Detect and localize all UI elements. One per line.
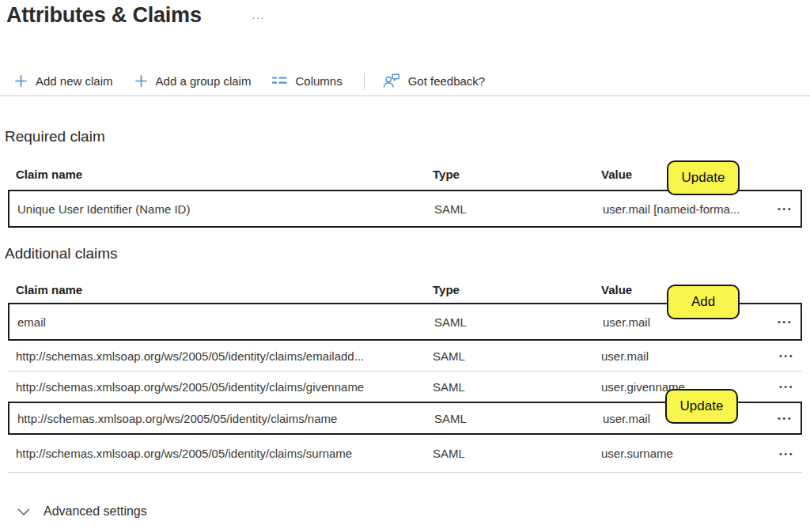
claim-type-cell: SAML: [434, 412, 603, 425]
required-claim-row[interactable]: Unique User Identifier (Name ID) SAML us…: [8, 190, 802, 228]
claim-type-cell: SAML: [434, 202, 603, 216]
claim-value-cell: user.mail [nameid-forma...: [603, 202, 748, 216]
claim-type-cell: SAML: [434, 315, 603, 329]
column-header-claim-name: Claim name: [16, 283, 433, 296]
chevron-down-icon: [17, 504, 30, 519]
page-title-menu-icon[interactable]: ···: [252, 11, 265, 24]
claim-type-cell: SAML: [433, 349, 601, 363]
claim-name-cell: http://schemas.xmlsoap.org/ws/2005/05/id…: [16, 380, 433, 394]
add-group-claim-label: Add a group claim: [156, 74, 252, 88]
row-menu-icon[interactable]: •••: [773, 315, 793, 328]
row-menu-icon[interactable]: •••: [773, 202, 793, 215]
page-title: Attributes & Claims: [6, 3, 202, 28]
additional-claims-heading: Additional claims: [5, 245, 118, 262]
claim-name-cell: email: [17, 315, 434, 329]
toolbar-divider: [364, 73, 365, 89]
claim-name-cell: http://schemas.xmlsoap.org/ws/2005/05/id…: [16, 349, 433, 363]
claim-name-cell: http://schemas.xmlsoap.org/ws/2005/05/id…: [16, 447, 433, 460]
plus-icon: [134, 74, 148, 88]
got-feedback-button[interactable]: Got feedback?: [383, 74, 486, 89]
additional-claim-row-surname[interactable]: http://schemas.xmlsoap.org/ws/2005/05/id…: [8, 435, 802, 473]
column-header-claim-name: Claim name: [16, 168, 433, 181]
add-new-claim-button[interactable]: Add new claim: [14, 74, 113, 88]
columns-icon: [272, 75, 287, 86]
columns-label: Columns: [295, 74, 342, 88]
annotation-update-name-claim: Update: [665, 389, 738, 424]
claim-name-cell: http://schemas.xmlsoap.org/ws/2005/05/id…: [17, 412, 434, 425]
toolbar: Add new claim Add a group claim Columns: [14, 69, 506, 92]
plus-icon: [14, 74, 28, 88]
feedback-person-icon: [383, 74, 400, 89]
row-menu-icon[interactable]: •••: [773, 412, 793, 424]
column-header-type: Type: [433, 168, 601, 181]
toolbar-separator-line: [0, 95, 810, 96]
claim-value-cell: user.mail: [601, 349, 750, 363]
required-claim-heading: Required claim: [5, 128, 105, 145]
claim-type-cell: SAML: [433, 380, 601, 394]
annotation-update-required-claim: Update: [667, 160, 740, 195]
row-menu-icon[interactable]: •••: [774, 447, 794, 460]
additional-table: email SAML user.mail ••• http://schemas.…: [8, 303, 802, 473]
advanced-settings-toggle[interactable]: Advanced settings: [17, 504, 147, 519]
additional-claim-row-emailaddress[interactable]: http://schemas.xmlsoap.org/ws/2005/05/id…: [8, 341, 802, 372]
columns-button[interactable]: Columns: [272, 74, 342, 88]
add-new-claim-label: Add new claim: [36, 74, 113, 88]
row-menu-icon[interactable]: •••: [774, 349, 794, 362]
annotation-add-email-claim: Add: [667, 285, 740, 319]
row-menu-icon[interactable]: •••: [774, 380, 794, 393]
add-group-claim-button[interactable]: Add a group claim: [134, 74, 252, 88]
claim-name-cell: Unique User Identifier (Name ID): [17, 202, 434, 216]
advanced-settings-label: Advanced settings: [44, 504, 147, 519]
claim-type-cell: SAML: [433, 447, 601, 460]
required-table: Unique User Identifier (Name ID) SAML us…: [8, 190, 802, 228]
got-feedback-label: Got feedback?: [408, 74, 486, 88]
column-header-type: Type: [433, 283, 601, 296]
claim-value-cell: user.surname: [601, 447, 750, 460]
